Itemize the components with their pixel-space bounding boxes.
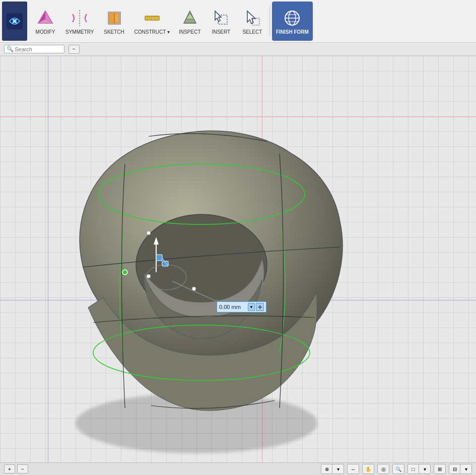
finish-form-icon bbox=[282, 8, 302, 28]
sketch-label: SKETCH bbox=[104, 29, 124, 35]
toolbar-finish-form[interactable]: FINISH FORM bbox=[272, 2, 313, 41]
select-label: SELECT bbox=[242, 29, 262, 35]
insert-icon bbox=[211, 8, 231, 28]
svg-marker-22 bbox=[215, 11, 221, 22]
dimension-dropdown-button[interactable]: ▼ bbox=[248, 303, 255, 311]
pan-button[interactable]: ↔ bbox=[348, 464, 359, 473]
value-input-box[interactable]: ▼ ✛ bbox=[217, 301, 266, 312]
symmetry-icon bbox=[70, 8, 90, 28]
search-bar: 🔍 − bbox=[0, 43, 476, 56]
grid-group: ⊞ bbox=[434, 464, 446, 474]
toolbar-insert[interactable]: INSERT bbox=[206, 2, 236, 41]
dimension-target-button[interactable]: ✛ bbox=[256, 303, 264, 311]
minus-button[interactable]: − bbox=[69, 45, 80, 54]
modify-label: MODIFY bbox=[36, 29, 55, 35]
toolbar-modify[interactable]: MODIFY bbox=[30, 2, 60, 41]
search-input[interactable] bbox=[15, 46, 65, 52]
home-button[interactable] bbox=[2, 2, 27, 41]
zoom-out-button[interactable]: − bbox=[17, 464, 28, 473]
axis-x-line bbox=[0, 300, 476, 300]
svg-rect-24 bbox=[252, 18, 259, 25]
toolbar-sketch[interactable]: SKETCH bbox=[99, 2, 129, 41]
hand-group: ✋ bbox=[362, 464, 374, 474]
modify-icon bbox=[35, 8, 55, 28]
svg-rect-8 bbox=[109, 13, 114, 23]
bottom-right-controls: ⊕ ▾ ↔ ✋ ◎ 🔍 □ ▾ ⊞ ⊟ ▾ bbox=[321, 464, 472, 474]
orbit-group: ◎ bbox=[377, 464, 389, 474]
orbit-button[interactable]: ◎ bbox=[378, 464, 389, 473]
svg-marker-23 bbox=[247, 11, 255, 24]
more-group: ⊟ ▾ bbox=[449, 464, 472, 474]
insert-label: INSERT bbox=[212, 29, 231, 35]
search-icon: 🔍 bbox=[7, 46, 14, 52]
bottom-left-controls: + − bbox=[4, 464, 28, 473]
main-toolbar: MODIFY SYMMETRY SKETCH bbox=[0, 0, 476, 43]
display-arrow[interactable]: ▾ bbox=[419, 464, 430, 473]
search-wrap: 🔍 bbox=[4, 45, 64, 53]
svg-rect-9 bbox=[114, 13, 119, 23]
fit-view-arrow[interactable]: ▾ bbox=[332, 464, 344, 473]
axis-red-horizontal bbox=[0, 117, 476, 117]
toolbar-divider bbox=[269, 6, 270, 36]
dimension-input[interactable] bbox=[219, 304, 247, 310]
pan-group: ↔ bbox=[347, 464, 359, 474]
axis-y-line bbox=[262, 56, 262, 462]
inspect-icon bbox=[180, 8, 200, 28]
fit-view-button[interactable]: ⊕ bbox=[321, 464, 332, 473]
viewport: ▼ ✛ bbox=[0, 56, 476, 462]
view-controls-group: ⊕ ▾ bbox=[321, 464, 344, 474]
sketch-icon bbox=[104, 8, 124, 28]
zoom-group: 🔍 bbox=[392, 464, 404, 474]
zoom-button[interactable]: 🔍 bbox=[393, 464, 404, 473]
finish-form-label: FINISH FORM bbox=[276, 29, 309, 35]
more-arrow[interactable]: ▾ bbox=[460, 464, 471, 473]
select-icon bbox=[242, 8, 262, 28]
toolbar-inspect[interactable]: INSPECT bbox=[175, 2, 205, 41]
zoom-in-button[interactable]: + bbox=[4, 464, 15, 473]
hand-button[interactable]: ✋ bbox=[363, 464, 374, 473]
grid-button[interactable]: ⊞ bbox=[434, 464, 445, 473]
toolbar-select[interactable]: SELECT bbox=[237, 2, 267, 41]
display-group: □ ▾ bbox=[407, 464, 431, 474]
construct-icon bbox=[142, 8, 162, 28]
inspect-label: INSPECT bbox=[179, 29, 200, 35]
bottom-toolbar: + − ⊕ ▾ ↔ ✋ ◎ 🔍 □ ▾ ⊞ ⊟ ▾ bbox=[0, 462, 476, 475]
construct-label: CONSTRUCT ▾ bbox=[134, 29, 170, 35]
toolbar-construct[interactable]: CONSTRUCT ▾ bbox=[130, 2, 174, 41]
axis-blue-vertical bbox=[48, 56, 48, 462]
symmetry-label: SYMMETRY bbox=[65, 29, 94, 35]
more-button[interactable]: ⊟ bbox=[449, 464, 460, 473]
toolbar-symmetry[interactable]: SYMMETRY bbox=[61, 2, 98, 41]
display-button[interactable]: □ bbox=[408, 464, 419, 473]
